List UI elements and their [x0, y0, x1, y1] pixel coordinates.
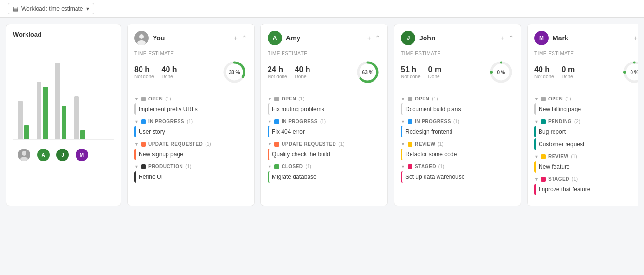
time-estimate-row: 51 h Not done 0 m Done 0 %: [401, 59, 514, 85]
status-header[interactable]: ▼ UPDATE REQUESTED (1): [268, 141, 381, 147]
donut-chart: 0 %: [621, 59, 638, 85]
task-item[interactable]: Set up data warehouse: [401, 171, 514, 183]
task-item[interactable]: Customer request: [534, 138, 638, 150]
not-done-value: 80 h: [134, 65, 154, 74]
task-item[interactable]: Fix routing problems: [268, 103, 381, 115]
done-value: 0 m: [428, 65, 442, 74]
chart-bar-group: [18, 101, 29, 139]
done-label: Done: [428, 74, 442, 79]
person-header-left: A Amy: [268, 31, 300, 45]
done-value: 40 h: [295, 65, 310, 74]
task-item[interactable]: Quality check the build: [268, 149, 381, 160]
not-done-block: 51 h Not done: [401, 65, 421, 79]
task-name: Redesign frontend: [405, 128, 452, 135]
status-header[interactable]: ▼ PRODUCTION (1): [134, 164, 247, 169]
task-item[interactable]: Document build plans: [401, 103, 514, 115]
status-header[interactable]: ▼ STAGED (1): [534, 176, 638, 182]
status-header[interactable]: ▼ IN PROGRESS (1): [268, 119, 381, 124]
donut-chart: 0 %: [488, 59, 514, 85]
done-block: 40 h Done: [162, 65, 177, 79]
task-item[interactable]: New billing page: [534, 103, 638, 115]
chevron-down-icon: ▼: [534, 119, 539, 124]
add-task-button[interactable]: +: [367, 34, 371, 42]
status-header[interactable]: ▼ IN PROGRESS (1): [401, 119, 514, 124]
status-dot: [274, 97, 279, 101]
status-header[interactable]: ▼ OPEN (1): [134, 96, 247, 101]
person-header-right: + ⌃: [634, 34, 638, 42]
status-count: (1): [432, 96, 438, 101]
status-count: (1): [185, 164, 191, 169]
status-name: OPEN: [548, 96, 563, 101]
add-task-button[interactable]: +: [501, 34, 504, 42]
person-column-mark: M Mark + ⌃ TIME ESTIMATE 40 h Not done 0…: [527, 24, 638, 206]
done-label: Done: [162, 74, 177, 79]
bar-gray: [18, 101, 23, 139]
status-count: (1): [306, 164, 311, 169]
done-block: 40 h Done: [295, 65, 310, 79]
status-count: (1): [298, 96, 304, 101]
divider: [401, 92, 514, 92]
status-header[interactable]: ▼ CLOSED (1): [268, 164, 381, 169]
add-task-button[interactable]: +: [234, 34, 238, 42]
status-header[interactable]: ▼ STAGED (1): [401, 164, 514, 169]
collapse-button[interactable]: ⌃: [508, 34, 514, 42]
task-name: New feature: [539, 163, 570, 170]
task-item[interactable]: User story: [134, 126, 247, 138]
status-header[interactable]: ▼ PENDING (2): [534, 119, 638, 124]
person-header: A Amy + ⌃: [268, 31, 381, 45]
status-name: IN PROGRESS: [415, 119, 451, 124]
status-header[interactable]: ▼ OPEN (1): [401, 96, 514, 101]
svg-point-3: [137, 40, 146, 45]
task-item[interactable]: New signup page: [134, 149, 247, 160]
task-item[interactable]: Refactor some code: [401, 149, 514, 160]
chevron-down-icon: ▼: [134, 142, 139, 147]
task-item[interactable]: Improve that feature: [534, 184, 638, 195]
status-group-open: ▼ OPEN (1) Fix routing problems: [268, 96, 381, 115]
bar-gray: [37, 82, 41, 139]
task-item[interactable]: Migrate database: [268, 171, 381, 183]
status-header[interactable]: ▼ REVIEW (1): [534, 154, 638, 159]
status-dot: [274, 119, 279, 124]
task-name: Document build plans: [405, 106, 461, 112]
sidebar-avatar: M: [76, 149, 88, 161]
task-item[interactable]: Bug report: [534, 126, 638, 138]
status-header[interactable]: ▼ OPEN (1): [268, 96, 381, 101]
status-count: (1): [338, 141, 344, 147]
task-name: User story: [139, 128, 165, 135]
chevron-down-icon: ▼: [534, 97, 539, 101]
main-container: Workload AJM You +: [0, 18, 644, 212]
add-task-button[interactable]: +: [634, 34, 638, 42]
sidebar-title: Workload: [13, 31, 114, 38]
status-dot: [408, 119, 412, 124]
task-name: Set up data warehouse: [405, 174, 464, 180]
donut-chart: 33 %: [221, 59, 247, 85]
status-dot: [274, 164, 279, 169]
task-item[interactable]: Implement pretty URLs: [134, 103, 247, 115]
chevron-down-icon: ▼: [401, 119, 405, 124]
chart-area: [13, 44, 114, 140]
avatar: M: [534, 31, 549, 45]
status-name: REVIEW: [415, 141, 435, 147]
status-header[interactable]: ▼ IN PROGRESS (1): [134, 119, 247, 124]
status-dot: [541, 97, 546, 101]
task-item[interactable]: Refine UI: [134, 171, 247, 183]
workload-btn[interactable]: ▤ Workload: time estimate ▾: [8, 3, 94, 14]
status-count: (1): [187, 119, 193, 124]
chevron-down-icon: ▼: [134, 97, 139, 101]
status-count: (1): [320, 119, 326, 124]
status-group-open: ▼ OPEN (1) Implement pretty URLs: [134, 96, 247, 115]
status-header[interactable]: ▼ OPEN (1): [534, 96, 638, 101]
task-item[interactable]: New feature: [534, 161, 638, 173]
bar-pair: [37, 82, 48, 139]
collapse-button[interactable]: ⌃: [242, 34, 247, 42]
collapse-button[interactable]: ⌃: [375, 34, 381, 42]
status-name: OPEN: [415, 96, 429, 101]
task-item[interactable]: Redesign frontend: [401, 126, 514, 138]
time-estimate-group: 51 h Not done 0 m Done: [401, 65, 441, 79]
task-item[interactable]: Fix 404 error: [268, 126, 381, 138]
not-done-label: Not done: [401, 74, 421, 79]
status-header[interactable]: ▼ REVIEW (1): [401, 141, 514, 147]
status-header[interactable]: ▼ UPDATE REQUESTED (1): [134, 141, 247, 147]
chevron-down-icon: ▼: [534, 177, 539, 182]
donut-chart: 63 %: [355, 59, 381, 85]
